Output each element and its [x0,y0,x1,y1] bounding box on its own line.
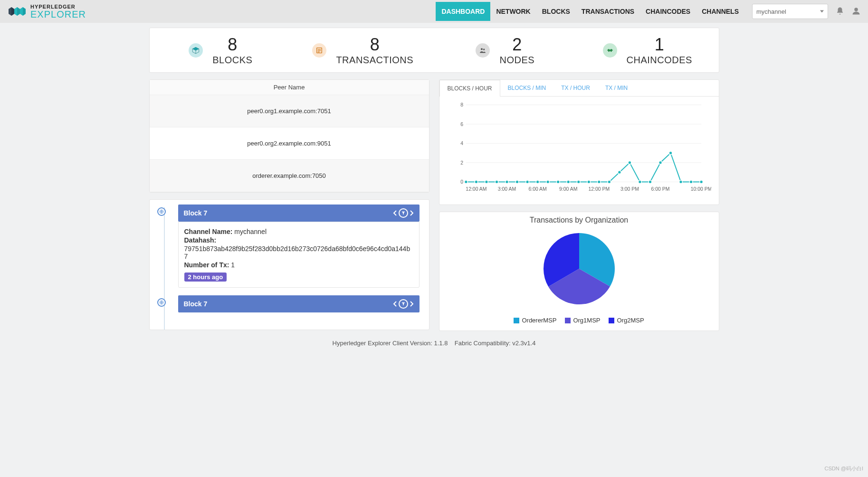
chevron-right-icon[interactable] [409,210,414,216]
stat-blocks-label: BLOCKS [212,55,252,66]
stat-txs-label: TRANSACTIONS [336,55,413,66]
legend-item[interactable]: Org1MSP [565,317,600,324]
chart-panel: BLOCKS / HOUR BLOCKS / MIN TX / HOUR TX … [439,79,719,205]
globe-icon [157,207,166,216]
svg-point-36 [556,180,560,184]
legend-swatch [514,318,519,323]
footer-client-version: 1.1.8 [434,340,448,347]
block-title: Block 7 [184,209,208,217]
svg-text:2: 2 [460,160,463,165]
svg-point-48 [679,180,682,184]
tab-tx-hour[interactable]: TX / HOUR [553,80,598,96]
svg-point-33 [525,180,529,184]
stat-blocks-value: 8 [212,35,252,55]
tx-by-org-pie [539,228,620,309]
nav-dashboard[interactable]: DASHBOARD [436,2,490,21]
svg-point-43 [628,161,631,165]
globe-icon [157,298,166,307]
svg-text:8: 8 [460,102,463,107]
brand-line2: EXPLORER [30,10,86,19]
pie-title: Transactions by Organization [439,212,719,226]
block-header[interactable]: Block 7 [178,204,420,222]
svg-point-30 [495,180,498,184]
chevron-right-icon[interactable] [409,301,414,307]
block-header[interactable]: Block 7 [178,295,420,312]
chart-tabs: BLOCKS / HOUR BLOCKS / MIN TX / HOUR TX … [439,80,719,97]
svg-text:6:00 AM: 6:00 AM [528,186,546,192]
nav-transactions[interactable]: TRANSACTIONS [576,2,640,21]
nav-network[interactable]: NETWORK [490,2,536,21]
nav-blocks[interactable]: BLOCKS [536,2,576,21]
svg-point-34 [536,180,539,184]
filter-icon[interactable] [399,299,408,309]
stat-chaincodes-value: 1 [627,35,692,55]
footer-fabric-version: v2.3v1.4 [512,340,535,347]
svg-point-47 [669,151,672,155]
header-icons [836,7,860,17]
bell-icon[interactable] [836,7,844,17]
legend-item[interactable]: Org2MSP [609,317,644,324]
svg-point-35 [546,180,549,184]
legend-swatch [565,318,571,323]
svg-text:9:00 AM: 9:00 AM [559,186,577,192]
channel-select-value: mychannel [756,8,786,15]
tab-blocks-min[interactable]: BLOCKS / MIN [500,80,554,96]
footer-fabric-label: Fabric Compatibility: [455,340,511,347]
footer-client-label: Hyperledger Explorer Client Version: [333,340,432,347]
stat-nodes: 2 NODES [434,35,577,66]
peer-row[interactable]: peer0.org2.example.com:9051 [150,127,429,160]
pie-panel: Transactions by Organization OrdererMSPO… [439,212,719,331]
svg-point-42 [618,171,621,174]
svg-point-31 [505,180,508,184]
logo-icon [8,4,27,19]
svg-point-0 [854,8,858,11]
channel-select[interactable]: mychannel [752,4,828,19]
stat-transactions: 8 TRANSACTIONS [292,35,434,66]
peer-row[interactable]: orderer.example.com:7050 [150,160,429,192]
svg-point-40 [597,180,601,184]
svg-text:6: 6 [460,122,463,127]
user-icon[interactable] [852,7,860,17]
logo[interactable]: HYPERLEDGER EXPLORER [8,4,86,19]
filter-icon[interactable] [399,208,408,218]
svg-point-28 [475,180,478,184]
header: HYPERLEDGER EXPLORER DASHBOARD NETWORK B… [0,0,868,23]
tab-blocks-hour[interactable]: BLOCKS / HOUR [439,80,500,97]
peer-list-header: Peer Name [150,80,429,95]
legend-item[interactable]: OrdererMSP [514,317,556,324]
time-badge: 2 hours ago [184,273,227,282]
svg-point-44 [638,180,641,184]
stat-nodes-value: 2 [499,35,534,55]
chevron-left-icon[interactable] [393,210,398,216]
svg-point-6 [483,49,485,50]
svg-point-32 [515,180,519,184]
nav-chaincodes[interactable]: CHAINCODES [640,2,696,21]
stat-nodes-label: NODES [499,55,534,66]
stat-chaincodes-label: CHAINCODES [627,55,692,66]
peer-list-panel: Peer Name peer0.org1.example.com:7051pee… [149,79,429,193]
svg-point-38 [577,180,580,184]
svg-text:10:00 PM: 10:00 PM [690,186,711,192]
chevron-left-icon[interactable] [393,301,398,307]
svg-text:3:00 AM: 3:00 AM [497,186,515,192]
stats-card: 8 BLOCKS 8 TRANSACTIONS 2 NODES [149,28,719,73]
blocks-timeline-panel: Block 7Channel Name: mychannelDatahash:7… [149,199,429,330]
svg-text:6:00 PM: 6:00 PM [651,186,669,192]
svg-point-45 [649,180,652,184]
timeline-item: Block 7Channel Name: mychannelDatahash:7… [159,204,420,288]
nav-channels[interactable]: CHANNELS [696,2,744,21]
peer-row[interactable]: peer0.org1.example.com:7051 [150,95,429,127]
legend-label: Org1MSP [573,317,600,324]
svg-text:12:00 AM: 12:00 AM [466,186,486,192]
svg-point-41 [608,180,611,184]
main-nav: DASHBOARD NETWORK BLOCKS TRANSACTIONS CH… [436,2,744,21]
footer: Hyperledger Explorer Client Version: 1.1… [0,336,868,350]
svg-point-37 [566,180,570,184]
svg-point-39 [587,180,590,184]
blocks-per-hour-chart: 0246812:00 AM3:00 AM6:00 AM9:00 AM12:00 … [447,100,711,195]
timeline-item: Block 7 [159,295,420,312]
svg-point-27 [464,180,467,184]
users-icon [476,43,490,58]
tab-tx-min[interactable]: TX / MIN [598,80,635,96]
svg-point-49 [689,180,693,184]
